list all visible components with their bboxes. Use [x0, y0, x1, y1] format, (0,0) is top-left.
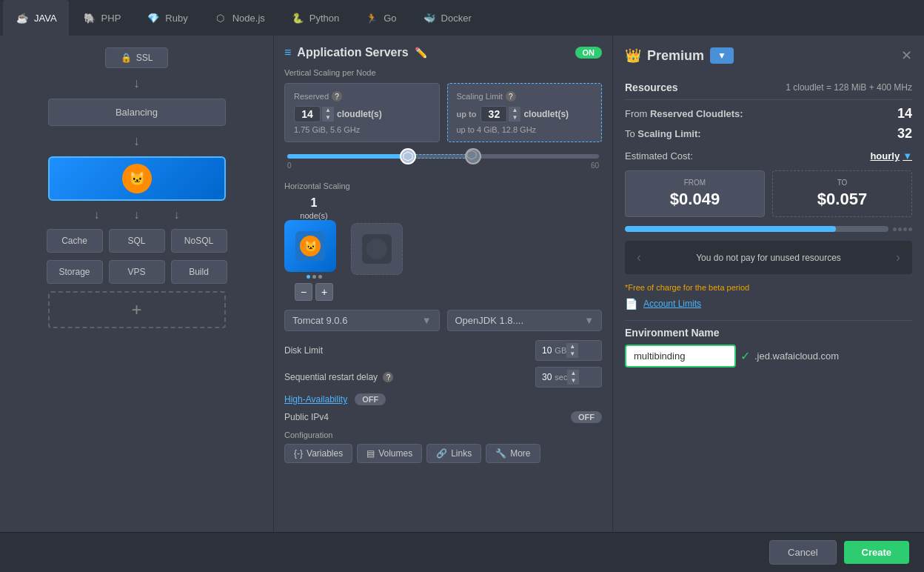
section-title: Application Servers: [297, 46, 408, 59]
scaling-help-icon[interactable]: ?: [506, 91, 516, 102]
high-availability-link[interactable]: High-Availability: [284, 394, 347, 405]
node-plus-button[interactable]: +: [315, 283, 333, 301]
reserved-spinner-val[interactable]: 14: [294, 106, 321, 122]
scaling-spinner-val[interactable]: 32: [481, 106, 507, 122]
reserved-spinner[interactable]: 14 ▲ ▼: [294, 106, 334, 122]
edit-icon[interactable]: ✏️: [415, 47, 427, 59]
disk-up[interactable]: ▲: [566, 343, 578, 350]
env-check-icon: ✓: [740, 349, 750, 363]
links-button[interactable]: 🔗 Links: [426, 444, 481, 463]
info-next-arrow[interactable]: ›: [896, 250, 900, 265]
restart-delay-label: Sequential restart delay ?: [284, 372, 528, 383]
slider-thumb-scaling[interactable]: [465, 148, 481, 164]
scaling-down-arrow[interactable]: ▼: [509, 114, 520, 122]
down-arrow-1: ↓: [133, 76, 140, 91]
divider-1: [625, 99, 912, 100]
slider-thumb-reserved[interactable]: [400, 148, 416, 164]
dot-a: [893, 227, 897, 231]
estimated-cost-label: Estimated Cost:: [625, 150, 693, 162]
reserved-spinner-arrows[interactable]: ▲ ▼: [322, 107, 334, 122]
tomcat-node[interactable]: 🐱: [48, 156, 226, 201]
config-buttons-row: {-} Variables ▤ Volumes 🔗 Links 🔧 More: [284, 444, 602, 463]
scaling-limit-num: 32: [897, 126, 912, 142]
tomcat-version-label: Tomcat 9.0.6: [292, 315, 347, 326]
restart-down[interactable]: ▼: [567, 377, 579, 385]
reserved-down-arrow[interactable]: ▼: [322, 114, 334, 122]
tomcat-dropdown-arrow: ▼: [422, 315, 432, 326]
storage-button[interactable]: Storage: [47, 260, 103, 284]
scaling-up-arrow[interactable]: ▲: [509, 107, 520, 114]
env-name-section: Environment Name ✓ .jed.wafaicloud.com: [625, 327, 912, 368]
node-count: 1: [284, 196, 344, 210]
nosql-button[interactable]: NoSQL: [171, 229, 227, 253]
vps-button[interactable]: VPS: [109, 260, 165, 284]
variables-button[interactable]: {-} Variables: [284, 444, 352, 463]
scaling-slider[interactable]: 0 60: [284, 154, 602, 170]
hexagon-icon-2: [466, 150, 477, 160]
cache-button[interactable]: Cache: [47, 229, 103, 253]
slider-track: [287, 154, 599, 159]
volumes-button[interactable]: ▤ Volumes: [357, 444, 422, 463]
reserved-up-arrow[interactable]: ▲: [322, 107, 334, 114]
balancing-button[interactable]: Balancing: [48, 99, 226, 126]
reserved-help-icon[interactable]: ?: [332, 91, 342, 102]
volumes-icon: ▤: [366, 448, 375, 459]
cost-bar-dots: [893, 227, 912, 231]
links-icon: 🔗: [436, 448, 447, 459]
svg-text:🐱: 🐱: [129, 170, 146, 187]
scaling-limit-label-right: Scaling Limit:: [637, 128, 700, 139]
sub-nodes-row: Cache SQL NoSQL: [47, 229, 227, 253]
sub-arrows-row: ↓ ↓ ↓: [94, 208, 180, 222]
svg-point-8: [366, 239, 387, 259]
disk-spinners[interactable]: ▲ ▼: [566, 343, 578, 358]
tab-docker[interactable]: 🐳 Docker: [410, 0, 483, 36]
cloudlet-info: From Reserved Cloudlets: 14 To Scaling L…: [625, 106, 912, 142]
slider-labels: 0 60: [287, 162, 599, 170]
cancel-button[interactable]: Cancel: [769, 540, 836, 565]
document-icon: 📄: [625, 298, 637, 310]
active-node-card: 1 node(s) 🐱 −: [284, 196, 344, 301]
env-name-input[interactable]: [625, 345, 736, 368]
restart-help-icon[interactable]: ?: [383, 372, 393, 382]
account-limits-link[interactable]: Account Limits: [643, 299, 701, 309]
disk-down[interactable]: ▼: [566, 350, 578, 358]
crown-icon: 👑: [625, 47, 641, 64]
build-button[interactable]: Build: [171, 260, 227, 284]
high-availability-toggle[interactable]: OFF: [355, 393, 386, 405]
restart-up[interactable]: ▲: [567, 370, 579, 377]
hourly-dropdown[interactable]: hourly ▼: [870, 150, 912, 162]
add-more-box[interactable]: +: [48, 291, 226, 328]
more-button[interactable]: 🔧 More: [486, 444, 540, 463]
info-prev-arrow[interactable]: ‹: [637, 250, 641, 265]
openjdk-dropdown[interactable]: OpenJDK 1.8.... ▼: [447, 310, 603, 331]
hourly-label: hourly: [870, 150, 900, 162]
left-panel: 🔒 SSL ↓ Balancing ↓ 🐱 ↓ ↓ ↓ Cache SQL No…: [0, 36, 274, 532]
restart-spinners[interactable]: ▲ ▼: [567, 370, 579, 385]
tab-php[interactable]: 🐘 PHP: [70, 0, 133, 36]
sql-button[interactable]: SQL: [109, 229, 165, 253]
tab-ruby[interactable]: 💎 Ruby: [134, 0, 199, 36]
to-price-value: $0.057: [780, 190, 904, 209]
tab-go[interactable]: 🏃 Go: [352, 0, 408, 36]
node-minus-button[interactable]: −: [295, 283, 312, 301]
ssl-button[interactable]: 🔒 SSL: [105, 47, 169, 68]
tab-python[interactable]: 🐍 Python: [278, 0, 351, 36]
restart-delay-row: Sequential restart delay ? 30 sec ▲ ▼: [284, 367, 602, 388]
svg-marker-3: [467, 150, 476, 159]
tomcat-dropdown[interactable]: Tomcat 9.0.6 ▼: [284, 310, 440, 331]
empty-node-icon: [351, 223, 403, 275]
close-button[interactable]: ✕: [901, 47, 912, 64]
tab-nodejs[interactable]: ⬡ Node.js: [201, 0, 277, 36]
app-server-toggle[interactable]: ON: [575, 47, 603, 59]
public-ipv4-toggle[interactable]: OFF: [571, 411, 602, 423]
premium-dropdown[interactable]: ▼: [710, 47, 734, 64]
tab-java[interactable]: ☕ JAVA: [3, 0, 69, 36]
from-cloudlets-row: From Reserved Cloudlets: 14: [625, 106, 912, 122]
scaling-limit-box: Scaling Limit ? up to 32 ▲ ▼ cloudlet(s)…: [447, 83, 603, 142]
premium-header: 👑 Premium ▼ ✕: [625, 47, 912, 70]
create-button[interactable]: Create: [844, 541, 909, 564]
scaling-spinner-arrows[interactable]: ▲ ▼: [509, 107, 520, 122]
to-price-label: TO: [780, 179, 904, 187]
disk-limit-value: 10 GB ▲ ▼: [535, 340, 602, 361]
scaling-spinner[interactable]: 32 ▲ ▼: [481, 106, 520, 122]
